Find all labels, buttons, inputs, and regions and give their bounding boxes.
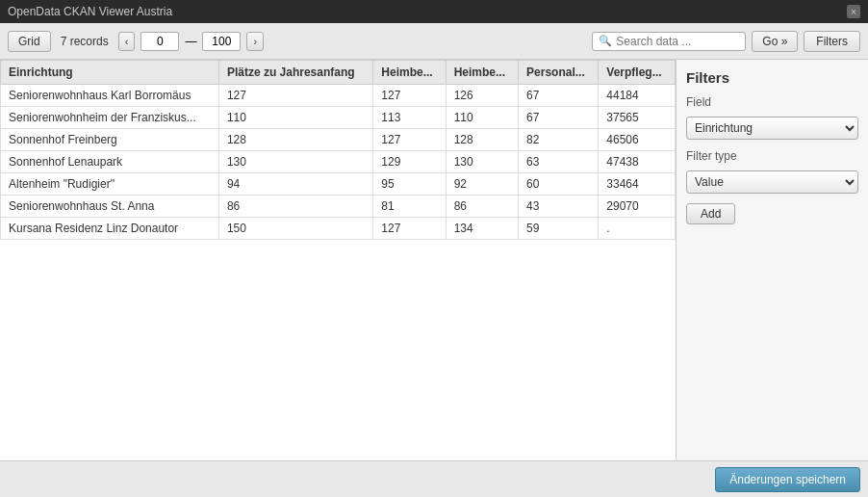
table-cell: 128 bbox=[446, 129, 518, 151]
table-cell: 86 bbox=[446, 196, 518, 218]
table-header-cell: Einrichtung bbox=[1, 61, 219, 85]
window-title: OpenData CKAN Viewer Austria bbox=[8, 5, 172, 18]
table-row: Altenheim "Rudigier"9495926033464 bbox=[1, 173, 676, 196]
records-label: 7 records bbox=[61, 35, 109, 48]
table-cell: 110 bbox=[218, 107, 372, 129]
table-cell: 59 bbox=[519, 218, 599, 240]
table-cell: 126 bbox=[446, 85, 518, 107]
table-cell: 44184 bbox=[599, 85, 676, 107]
filter-type-label: Filter type bbox=[686, 149, 858, 163]
table-cell: 82 bbox=[519, 129, 599, 151]
table-cell: 128 bbox=[218, 129, 372, 151]
field-select[interactable]: EinrichtungPlätze zu JahresanfangHeimbe.… bbox=[686, 117, 858, 140]
main-container: Grid 7 records ‹ — › 🔍 Go » Filters Einr… bbox=[0, 23, 868, 497]
table-row: Sonnenhof Freinberg1281271288246506 bbox=[1, 129, 676, 151]
table-cell: 150 bbox=[218, 218, 372, 240]
toolbar: Grid 7 records ‹ — › 🔍 Go » Filters bbox=[0, 23, 868, 60]
table-cell: 67 bbox=[519, 107, 599, 129]
table-cell: Sonnenhof Lenaupark bbox=[1, 151, 219, 173]
table-cell: . bbox=[599, 218, 676, 240]
table-cell: 29070 bbox=[599, 196, 676, 218]
go-button[interactable]: Go » bbox=[752, 31, 798, 52]
save-button[interactable]: Änderungen speichern bbox=[715, 467, 860, 492]
add-filter-button[interactable]: Add bbox=[686, 203, 735, 224]
table-cell: 127 bbox=[218, 85, 372, 107]
table-header-cell: Verpfleg... bbox=[599, 61, 676, 85]
page-to-input[interactable] bbox=[202, 32, 241, 51]
table-row: Seniorenwohnhaus St. Anna8681864329070 bbox=[1, 196, 676, 218]
data-table: EinrichtungPlätze zu JahresanfangHeimbe.… bbox=[0, 60, 676, 240]
table-cell: 110 bbox=[446, 107, 518, 129]
table-cell: 127 bbox=[373, 218, 446, 240]
table-cell: 130 bbox=[446, 151, 518, 173]
title-bar: OpenData CKAN Viewer Austria × bbox=[0, 0, 868, 23]
grid-button[interactable]: Grid bbox=[8, 31, 51, 52]
table-cell: Altenheim "Rudigier" bbox=[1, 173, 219, 196]
table-header-row: EinrichtungPlätze zu JahresanfangHeimbe.… bbox=[1, 61, 676, 85]
table-cell: 94 bbox=[218, 173, 372, 196]
table-cell: 127 bbox=[373, 85, 446, 107]
table-cell: Seniorenwohnhaus Karl Borromäus bbox=[1, 85, 219, 107]
table-cell: 127 bbox=[373, 129, 446, 151]
filter-type-select[interactable]: ValueRange bbox=[686, 170, 858, 194]
table-row: Sonnenhof Lenaupark1301291306347438 bbox=[1, 151, 676, 173]
filters-button[interactable]: Filters bbox=[804, 31, 860, 52]
table-cell: 81 bbox=[373, 196, 446, 218]
table-row: Seniorenwohnheim der Franziskus...110113… bbox=[1, 107, 676, 129]
next-page-button[interactable]: › bbox=[246, 32, 264, 51]
table-cell: 37565 bbox=[599, 107, 676, 129]
field-label: Field bbox=[686, 95, 858, 109]
filters-title: Filters bbox=[686, 69, 858, 86]
table-row: Kursana Residenz Linz Donautor1501271345… bbox=[1, 218, 676, 240]
search-icon: 🔍 bbox=[599, 35, 612, 47]
table-cell: 47438 bbox=[599, 151, 676, 173]
table-cell: 46506 bbox=[599, 129, 676, 151]
table-cell: 130 bbox=[218, 151, 372, 173]
table-cell: Sonnenhof Freinberg bbox=[1, 129, 219, 151]
search-input[interactable] bbox=[616, 35, 722, 48]
table-cell: Seniorenwohnheim der Franziskus... bbox=[1, 107, 219, 129]
table-header-cell: Personal... bbox=[519, 61, 599, 85]
prev-page-button[interactable]: ‹ bbox=[118, 32, 136, 51]
table-cell: 86 bbox=[218, 196, 372, 218]
page-separator: — bbox=[185, 35, 196, 48]
filters-panel: Filters Field EinrichtungPlätze zu Jahre… bbox=[676, 60, 868, 460]
table-cell: 60 bbox=[519, 173, 599, 196]
table-cell: 113 bbox=[373, 107, 446, 129]
table-cell: Seniorenwohnhaus St. Anna bbox=[1, 196, 219, 218]
table-header-cell: Heimbe... bbox=[446, 61, 518, 85]
table-row: Seniorenwohnhaus Karl Borromäus127127126… bbox=[1, 85, 676, 107]
table-header-cell: Plätze zu Jahresanfang bbox=[218, 61, 372, 85]
search-box: 🔍 bbox=[592, 32, 746, 51]
content-area: EinrichtungPlätze zu JahresanfangHeimbe.… bbox=[0, 60, 868, 460]
table-header-cell: Heimbe... bbox=[373, 61, 446, 85]
table-cell: 95 bbox=[373, 173, 446, 196]
bottom-bar: Änderungen speichern bbox=[0, 460, 868, 497]
table-cell: 129 bbox=[373, 151, 446, 173]
table-cell: 92 bbox=[446, 173, 518, 196]
table-cell: 43 bbox=[519, 196, 599, 218]
page-from-input[interactable] bbox=[140, 32, 179, 51]
table-cell: 134 bbox=[446, 218, 518, 240]
table-cell: Kursana Residenz Linz Donautor bbox=[1, 218, 219, 240]
table-cell: 67 bbox=[519, 85, 599, 107]
table-cell: 33464 bbox=[599, 173, 676, 196]
table-area: EinrichtungPlätze zu JahresanfangHeimbe.… bbox=[0, 60, 676, 460]
table-cell: 63 bbox=[519, 151, 599, 173]
close-button[interactable]: × bbox=[847, 5, 860, 18]
